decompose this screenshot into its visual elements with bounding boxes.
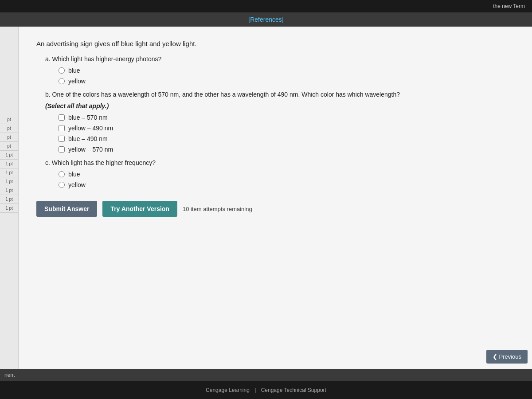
main-content: pt pt pt pt 1 pt 1 pt 1 pt 1 pt 1 pt 1 p… [0, 27, 532, 369]
select-all-note: (Select all that apply.) [45, 102, 514, 110]
part-b-option-yellow-570[interactable]: yellow – 570 nm [59, 146, 514, 153]
part-b-check-blue-570[interactable] [59, 114, 65, 121]
part-a: a. Which light has higher-energy photons… [45, 55, 514, 85]
previous-button-label: Previous [499, 353, 521, 360]
part-b-option-blue-490[interactable]: blue – 490 nm [59, 135, 514, 142]
part-c-label: c. Which light has the higher frequency? [45, 159, 514, 166]
submit-answer-button[interactable]: Submit Answer [36, 201, 97, 217]
cengage-support-link[interactable]: Cengage Technical Support [261, 387, 326, 393]
part-a-radio-blue[interactable] [59, 67, 65, 74]
sidebar-pt-3: pt [0, 133, 18, 142]
sidebar-pt-5: 1 pt [0, 151, 18, 160]
part-b: b. One of the colors has a wavelength of… [45, 91, 514, 153]
part-a-blue-label: blue [68, 67, 80, 74]
part-b-check-yellow-570[interactable] [59, 146, 65, 153]
part-b-label: b. One of the colors has a wavelength of… [45, 91, 514, 98]
sidebar-pt-1: pt [0, 115, 18, 124]
part-b-blue-490-label: blue – 490 nm [68, 135, 108, 142]
sidebar-pt-2: pt [0, 124, 18, 133]
part-a-option-blue[interactable]: blue [59, 67, 514, 74]
attempts-remaining-text: 10 item attempts remaining [183, 206, 252, 212]
footer-links: Cengage Learning | Cengage Technical Sup… [206, 387, 326, 393]
part-a-yellow-label: yellow [68, 78, 86, 85]
part-a-label: a. Which light has higher-energy photons… [45, 55, 514, 63]
footer-separator: | [254, 387, 256, 393]
nent-bar: nent [0, 369, 532, 381]
top-bar-text: the new Term [493, 3, 525, 9]
part-a-radio-yellow[interactable] [59, 78, 65, 84]
nent-label: nent [4, 372, 15, 378]
bottom-footer: Cengage Learning | Cengage Technical Sup… [0, 381, 532, 399]
part-b-yellow-570-label: yellow – 570 nm [68, 146, 113, 153]
content-area: An advertising sign gives off blue light… [19, 27, 532, 369]
button-row: Submit Answer Try Another Version 10 ite… [36, 201, 514, 217]
sidebar-pt-11: 1 pt [0, 204, 18, 213]
part-c-blue-label: blue [68, 171, 80, 178]
part-a-option-yellow[interactable]: yellow [59, 78, 514, 85]
sidebar-pt-8: 1 pt [0, 177, 18, 186]
part-c-option-blue[interactable]: blue [59, 171, 514, 178]
part-a-options: blue yellow [59, 67, 514, 85]
part-b-blue-570-label: blue – 570 nm [68, 114, 108, 121]
part-b-option-blue-570[interactable]: blue – 570 nm [59, 114, 514, 121]
sidebar-pt-9: 1 pt [0, 186, 18, 195]
chevron-left-icon: ❮ [493, 353, 497, 360]
sidebar-pt-6: 1 pt [0, 160, 18, 168]
try-another-version-button[interactable]: Try Another Version [102, 201, 177, 217]
cengage-learning-link[interactable]: Cengage Learning [206, 387, 250, 393]
sidebar-pt-10: 1 pt [0, 195, 18, 204]
main-question-text: An advertising sign gives off blue light… [36, 40, 514, 47]
part-b-options: blue – 570 nm yellow – 490 nm blue – 490… [59, 114, 514, 153]
sidebar-pt-7: 1 pt [0, 168, 18, 177]
part-c-options: blue yellow [59, 171, 514, 188]
part-b-option-yellow-490[interactable]: yellow – 490 nm [59, 125, 514, 132]
part-c-radio-blue[interactable] [59, 171, 65, 177]
part-b-check-blue-490[interactable] [59, 136, 65, 142]
top-bar: the new Term [0, 0, 532, 12]
part-c: c. Which light has the higher frequency?… [45, 159, 514, 188]
references-link[interactable]: [References] [248, 16, 283, 23]
part-c-radio-yellow[interactable] [59, 182, 65, 188]
part-c-yellow-label: yellow [68, 181, 86, 188]
part-b-yellow-490-label: yellow – 490 nm [68, 125, 113, 132]
references-bar: [References] [0, 12, 532, 27]
left-sidebar: pt pt pt pt 1 pt 1 pt 1 pt 1 pt 1 pt 1 p… [0, 27, 19, 369]
sidebar-pt-4: pt [0, 142, 18, 151]
previous-button[interactable]: ❮ Previous [486, 350, 528, 364]
part-c-option-yellow[interactable]: yellow [59, 181, 514, 188]
part-b-check-yellow-490[interactable] [59, 125, 65, 131]
